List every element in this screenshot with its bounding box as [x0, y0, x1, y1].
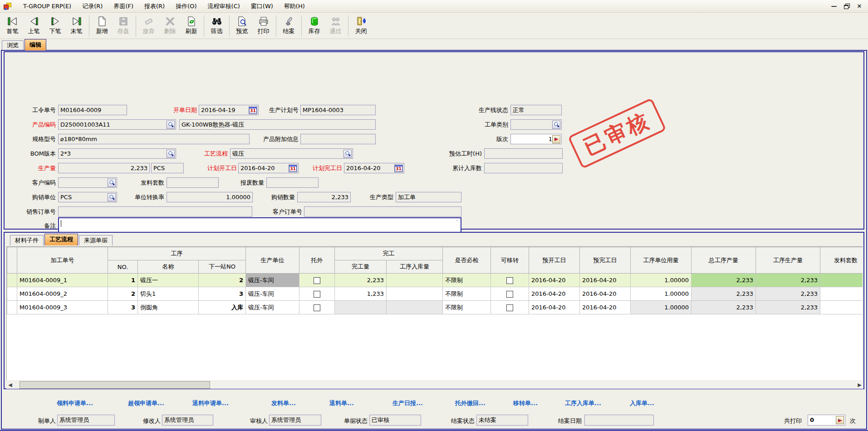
unit-rate-field[interactable]: 1.00000 — [167, 192, 253, 202]
new-button[interactable]: 新增 — [91, 14, 113, 39]
doc-status-field[interactable]: 已审核 — [369, 415, 421, 426]
cell-done[interactable] — [335, 301, 387, 314]
product-desc-field[interactable]: GK-100WB散热器-锻压 — [179, 119, 376, 130]
cell-unit-usage[interactable]: 1.00000 — [631, 274, 691, 287]
work-order-field[interactable]: M01604-0009 — [58, 105, 127, 115]
cell-total-output[interactable]: 2,233 — [691, 301, 756, 314]
link-daily-report[interactable]: 生产日报... — [392, 399, 423, 407]
print-count-field[interactable]: 0 — [808, 415, 845, 426]
movable-checkbox[interactable] — [506, 304, 513, 311]
scrollbar-track[interactable] — [14, 381, 856, 389]
cell-issue-sets[interactable] — [820, 274, 863, 287]
plan-start-field[interactable]: 2016-04-2031 — [238, 163, 299, 173]
menu-report[interactable]: 报表(R) — [139, 1, 170, 12]
bom-version-field[interactable]: 2*3 — [58, 148, 176, 159]
cell-dept[interactable]: 锻压-车间 — [246, 301, 299, 314]
prod-type-field[interactable]: 加工单 — [396, 192, 461, 202]
tab-edit[interactable]: 编辑 — [25, 39, 46, 50]
menu-help[interactable]: 帮助(H) — [279, 1, 310, 12]
cell-proc-output[interactable]: 2,233 — [756, 287, 820, 301]
cell-inspect[interactable]: 不限制 — [443, 287, 491, 301]
grid-row-3[interactable]: M01604-0009_3 3 倒圆角 入库 锻压-车间 不限制 2016-04… — [7, 301, 863, 314]
lookup-magnifier-icon[interactable] — [108, 193, 116, 201]
cell-movable[interactable] — [491, 287, 529, 301]
cell-unit-usage[interactable]: 1.00000 — [631, 301, 691, 314]
preview-button[interactable]: 预览 — [231, 14, 253, 39]
cell-issue-sets[interactable] — [820, 301, 863, 314]
cell-id[interactable]: M01604-0009_3 — [17, 301, 108, 314]
calendar-icon[interactable]: 31 — [249, 106, 257, 114]
cell-pre-end[interactable]: 2016-04-20 — [580, 274, 631, 287]
trade-qty-field[interactable]: 2,233 — [297, 192, 351, 202]
modifier-field[interactable]: 系统管理员 — [162, 415, 213, 426]
prev-record-button[interactable]: 上笔 — [23, 14, 44, 39]
scrap-qty-field[interactable] — [266, 177, 319, 188]
cell-next[interactable]: 3 — [199, 287, 246, 301]
scroll-up-icon[interactable]: ⌃ — [454, 220, 460, 224]
scroll-right-icon[interactable]: ▶ — [856, 381, 863, 389]
tab-process-flow[interactable]: 工艺流程 — [44, 234, 78, 245]
cell-issue-sets[interactable] — [820, 287, 863, 301]
product-code-field[interactable]: D250001003A11 — [58, 119, 176, 130]
tab-browse[interactable]: 浏览 — [2, 40, 24, 50]
cell-name[interactable]: 切头1 — [138, 287, 199, 301]
open-date-field[interactable]: 2016-04-1931 — [199, 105, 259, 115]
maker-field[interactable]: 系统管理员 — [57, 415, 115, 426]
restore-icon[interactable] — [843, 2, 851, 10]
print-button[interactable]: 打印 — [253, 14, 274, 39]
link-process-inbound[interactable]: 工序入库单... — [565, 399, 601, 407]
cell-name[interactable]: 倒圆角 — [138, 301, 199, 314]
close-icon[interactable]: ✕ — [855, 2, 863, 10]
scrollbar-thumb[interactable] — [20, 381, 210, 389]
menu-record[interactable]: 记录(R) — [77, 1, 108, 12]
calendar-icon[interactable]: 31 — [394, 164, 403, 172]
cell-outsource[interactable] — [299, 287, 335, 301]
cell-dept[interactable]: 锻压-车间 — [246, 274, 299, 287]
spec-field[interactable]: ⌀180*80mm — [58, 134, 250, 144]
close-window-button[interactable]: 关闭 — [350, 14, 372, 39]
qty-unit-field[interactable]: PCS — [151, 163, 184, 173]
lookup-magnifier-icon[interactable] — [343, 150, 352, 158]
menu-operate[interactable]: 操作(O) — [170, 1, 202, 12]
grid-row-1[interactable]: M01604-0009_1 1 锻压一 2 锻压-车间 2,233 不限制 20… — [7, 274, 863, 287]
est-hours-field[interactable] — [484, 148, 563, 159]
cell-no[interactable]: 1 — [108, 274, 138, 287]
menu-tgroup-erp[interactable]: T-GROUP ERP(E) — [18, 1, 77, 12]
outsource-checkbox[interactable] — [314, 291, 320, 298]
cell-outsource[interactable] — [299, 274, 335, 287]
cell-name[interactable]: 锻压一 — [138, 274, 199, 287]
cell-movable[interactable] — [491, 301, 529, 314]
link-inbound-order[interactable]: 入库单... — [630, 399, 654, 407]
link-material-request[interactable]: 领料申请单... — [57, 399, 93, 407]
cell-proc-output[interactable]: 2,233 — [756, 274, 820, 287]
link-return-order[interactable]: 退料单... — [329, 399, 354, 407]
cell-id[interactable]: M01604-0009_2 — [17, 287, 108, 301]
issue-sets-field[interactable] — [167, 177, 219, 188]
version-field[interactable]: 1 — [510, 134, 562, 144]
order-type-field[interactable] — [510, 119, 562, 130]
process-flow-field[interactable]: 锻压 — [230, 148, 353, 159]
line-status-field[interactable]: 正常 — [510, 105, 562, 115]
movable-checkbox[interactable] — [506, 277, 513, 284]
cell-proc-output[interactable]: 2,233 — [756, 301, 820, 314]
trade-unit-field[interactable]: PCS — [58, 192, 117, 202]
first-record-button[interactable]: 首笔 — [2, 14, 23, 39]
spinner-arrow-icon[interactable] — [552, 135, 560, 143]
cell-pre-start[interactable]: 2016-04-20 — [529, 301, 580, 314]
link-transfer-order[interactable]: 移转单... — [513, 399, 538, 407]
cell-next[interactable]: 2 — [199, 274, 246, 287]
link-outsource-return[interactable]: 托外缴回... — [455, 399, 485, 407]
cell-pre-start[interactable]: 2016-04-20 — [529, 274, 580, 287]
cell-pre-end[interactable]: 2016-04-20 — [580, 287, 631, 301]
close-case-button[interactable]: 结案 — [278, 14, 299, 39]
approve-button[interactable]: 通过 — [325, 14, 346, 39]
cell-in-qty[interactable] — [387, 301, 443, 314]
link-return-request[interactable]: 退料申请单... — [192, 399, 229, 407]
customer-code-field[interactable] — [58, 177, 117, 188]
cell-no[interactable]: 3 — [108, 301, 138, 314]
cell-done[interactable]: 2,233 — [335, 274, 387, 287]
cell-total-output[interactable]: 2,233 — [691, 287, 756, 301]
outsource-checkbox[interactable] — [314, 304, 320, 311]
extra-info-field[interactable] — [300, 134, 376, 144]
cell-no[interactable]: 2 — [108, 287, 138, 301]
